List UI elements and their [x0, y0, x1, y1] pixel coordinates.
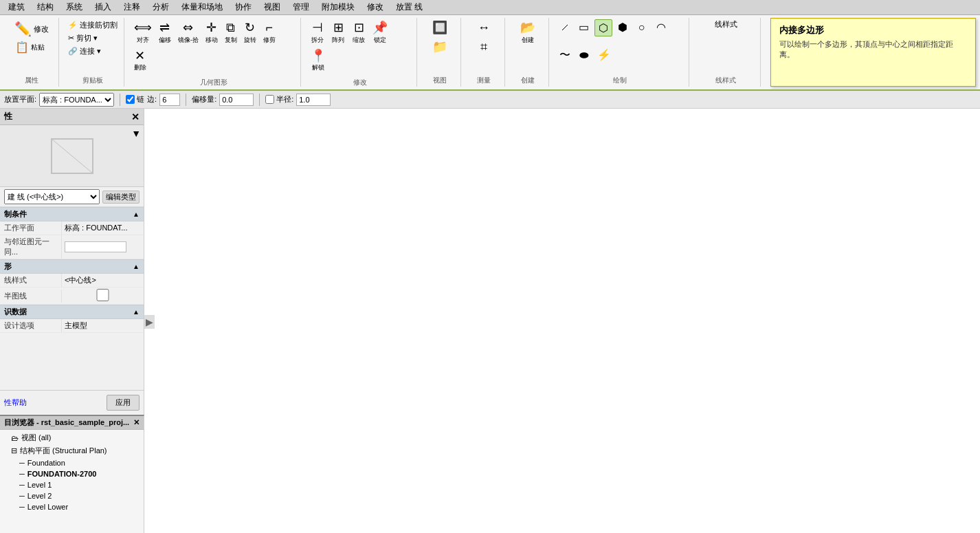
- ribbon-group-draw-items: ⟋ ▭ ⬡ ⬢ ○ ◠ 〜: [556, 19, 684, 74]
- identity-arrow: ▲: [133, 308, 140, 316]
- arc-icon: ◠: [656, 21, 666, 34]
- panel-close-btn[interactable]: ✕: [131, 111, 140, 122]
- menu-item-modify[interactable]: 修改: [361, 0, 389, 14]
- ribbon-content: ✏️ 修改 📋 粘贴 属性 ⚡ 连接筋切割 ✂ 剪切 ▾ 🔗 连接 ▾ 剪贴板: [0, 15, 980, 89]
- rotate-btn[interactable]: ↻ 旋转: [241, 19, 259, 46]
- panel-expand-arrow[interactable]: ▶: [144, 315, 155, 329]
- inscribed-polygon-btn active-tool[interactable]: ⬡: [594, 19, 612, 36]
- line-style-label: 线样式: [715, 19, 737, 30]
- sep3: [259, 94, 260, 106]
- connect-btn[interactable]: 🔗 连接 ▾: [66, 45, 103, 57]
- options-bar: 放置平面: 标高 : FOUNDA... 链 边: 偏移量: 半径:: [0, 91, 980, 109]
- menu-item-architecture[interactable]: 建筑: [3, 0, 30, 14]
- connect-cut-btn[interactable]: ⚡ 连接筋切割: [66, 19, 120, 31]
- array-btn[interactable]: ⊞ 阵列: [328, 19, 348, 46]
- line-btn[interactable]: ⟋: [556, 19, 574, 35]
- chain-checkbox[interactable]: [126, 95, 135, 104]
- view-btn1[interactable]: 🔲: [430, 19, 450, 37]
- menu-item-place-line[interactable]: 放置 线: [390, 0, 428, 14]
- menu-item-insert[interactable]: 插入: [89, 0, 117, 14]
- view-btn2[interactable]: 📁: [430, 39, 450, 56]
- measure-btn1[interactable]: ↔: [474, 19, 493, 37]
- pin-btn[interactable]: 📌 锁定: [370, 19, 390, 46]
- linked-value[interactable]: [62, 240, 144, 254]
- half-line-value[interactable]: [62, 287, 144, 304]
- menu-item-structure[interactable]: 结构: [32, 0, 59, 14]
- half-radius-checkbox[interactable]: [265, 95, 274, 104]
- align-btn[interactable]: ⟺ 对齐: [131, 19, 155, 46]
- type-selector[interactable]: 建 线 (<中心线>): [4, 189, 100, 204]
- expand-btn[interactable]: ▼: [131, 128, 141, 139]
- split-btn[interactable]: ⊣ 拆分: [308, 19, 327, 46]
- line-icon: ⟋: [559, 21, 570, 34]
- section-identity[interactable]: 识数据 ▲: [0, 305, 144, 319]
- view-icon-level2: ─: [19, 492, 25, 500]
- tree-structural-plan[interactable]: ⊟ 结构平面 (Structural Plan): [0, 444, 144, 457]
- ribbon-group-measure: ↔ ⌗ 测量: [464, 18, 505, 87]
- circle-btn[interactable]: ○: [633, 19, 651, 35]
- linked-input[interactable]: [65, 241, 126, 252]
- copy-btn[interactable]: ⧉ 复制: [222, 19, 240, 46]
- spline-btn[interactable]: 〜: [556, 47, 574, 63]
- panel-title: 性: [4, 111, 12, 122]
- menu-item-annotate[interactable]: 注释: [118, 0, 146, 14]
- menu-item-analyze[interactable]: 分析: [147, 0, 175, 14]
- radius-input[interactable]: [296, 94, 331, 106]
- browser-close-btn[interactable]: ✕: [133, 418, 140, 427]
- line-style-prop-label: 线样式: [0, 274, 62, 287]
- circumscribed-polygon-btn[interactable]: ⬢: [614, 19, 632, 35]
- tree-views-all[interactable]: 🗁 视图 (all): [0, 431, 144, 444]
- graphics-content: 线样式 <中心线> 半图线: [0, 274, 144, 305]
- help-link[interactable]: 性帮助: [4, 398, 27, 408]
- measure-btn2[interactable]: ⌗: [474, 39, 493, 56]
- menu-item-view[interactable]: 视图: [258, 0, 286, 14]
- tree-foundation-2700[interactable]: ─ FOUNDATION-2700: [0, 468, 144, 479]
- section-graphics[interactable]: 形 ▲: [0, 259, 144, 274]
- pin-icon: 📌: [372, 21, 388, 36]
- inscribed-polygon-icon: ⬡: [599, 21, 608, 34]
- scale-btn[interactable]: ⊡ 缩放: [349, 19, 368, 46]
- create-btn[interactable]: 📂 创建: [517, 19, 538, 46]
- menu-item-addins[interactable]: 附加模块: [316, 0, 360, 14]
- menu-item-systems[interactable]: 系统: [60, 0, 88, 14]
- drawing-canvas[interactable]: [144, 109, 980, 533]
- browser-title: 目浏览器 - rst_basic_sample_proj...: [4, 417, 129, 428]
- pick-lines-btn[interactable]: ⚡: [594, 47, 614, 63]
- ribbon-group-clipboard-items: ⚡ 连接筋切割 ✂ 剪切 ▾ 🔗 连接 ▾: [66, 19, 120, 74]
- section-constraints-label: 制条件: [4, 209, 27, 219]
- trim-btn[interactable]: ⌐ 修剪: [260, 19, 278, 46]
- cut-btn[interactable]: ✂ 剪切 ▾: [66, 32, 100, 44]
- mirror-pick-icon: ⇔: [183, 21, 193, 36]
- paste-btn[interactable]: 📋 粘贴: [13, 40, 47, 54]
- menu-item-collaborate[interactable]: 协作: [230, 0, 257, 14]
- browser-panel: 目浏览器 - rst_basic_sample_proj... ✕ 🗁 视图 (…: [0, 415, 144, 533]
- mirror-pick-btn[interactable]: ⇔ 镜像-拾: [175, 19, 201, 46]
- modify-btn[interactable]: ✏️ 修改: [13, 19, 50, 39]
- tree-level1[interactable]: ─ Level 1: [0, 479, 144, 490]
- offset-icon: ⇌: [159, 21, 170, 36]
- offset-input[interactable]: [219, 94, 254, 106]
- rect-btn[interactable]: ▭: [575, 19, 593, 35]
- half-line-checkbox[interactable]: [65, 289, 141, 301]
- group-label-create: 创建: [521, 74, 535, 85]
- graphics-arrow: ▲: [133, 263, 140, 270]
- ellipse-btn[interactable]: ⬬: [575, 47, 593, 63]
- side-input[interactable]: [159, 94, 180, 106]
- arc-btn[interactable]: ◠: [652, 19, 670, 35]
- edit-type-btn[interactable]: 编辑类型: [102, 191, 140, 204]
- delete-btn[interactable]: ✕ 删除: [131, 47, 149, 74]
- section-constraints[interactable]: 制条件 ▲: [0, 207, 144, 221]
- height-dropdown[interactable]: 标高 : FOUNDA...: [39, 93, 114, 107]
- tree-foundation[interactable]: ─ Foundation: [0, 457, 144, 468]
- tree-level2[interactable]: ─ Level 2: [0, 490, 144, 501]
- move-btn[interactable]: ✛ 移动: [203, 19, 221, 46]
- offset-btn[interactable]: ⇌ 偏移: [156, 19, 174, 46]
- prop-linked: 与邻近图元一同...: [0, 235, 144, 259]
- apply-btn[interactable]: 应用: [107, 395, 140, 411]
- menu-item-manage[interactable]: 管理: [287, 0, 315, 14]
- view-icon-foundation: ─: [19, 459, 25, 467]
- unpin-btn[interactable]: 📍 解锁: [308, 47, 328, 74]
- align-icon: ⟺: [134, 21, 152, 36]
- menu-item-massing[interactable]: 体量和场地: [176, 0, 228, 14]
- tree-level-lower[interactable]: ─ Level Lower: [0, 501, 144, 512]
